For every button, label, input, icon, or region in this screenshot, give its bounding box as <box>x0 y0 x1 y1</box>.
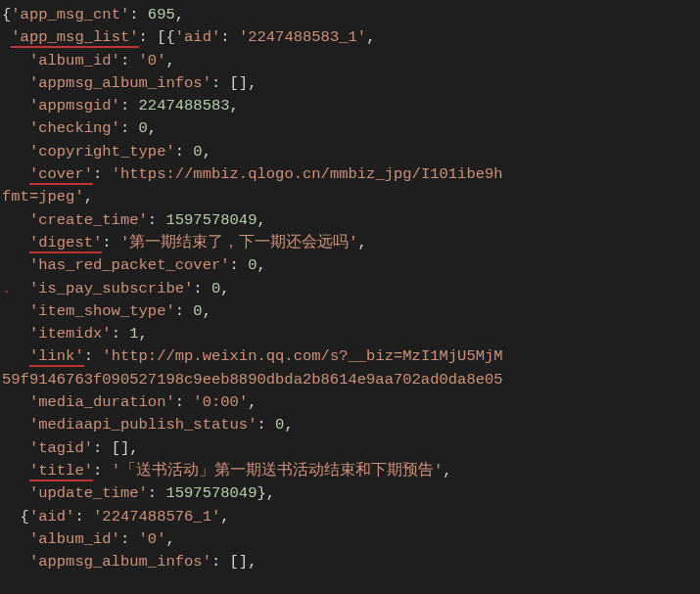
code-output: {'app_msg_cnt': 695, 'app_msg_list': [{'… <box>0 0 700 577</box>
key-app-msg-list: 'app_msg_list' <box>11 28 138 48</box>
value-aid-0: '2247488583_1' <box>239 28 366 46</box>
key-digest: 'digest' <box>29 234 102 253</box>
value-app-msg-cnt: 695 <box>148 6 175 23</box>
key-cover: 'cover' <box>29 165 93 185</box>
key-link: 'link' <box>29 347 84 367</box>
red-dot-marker: . <box>2 278 11 300</box>
key-title: 'title' <box>29 462 93 481</box>
